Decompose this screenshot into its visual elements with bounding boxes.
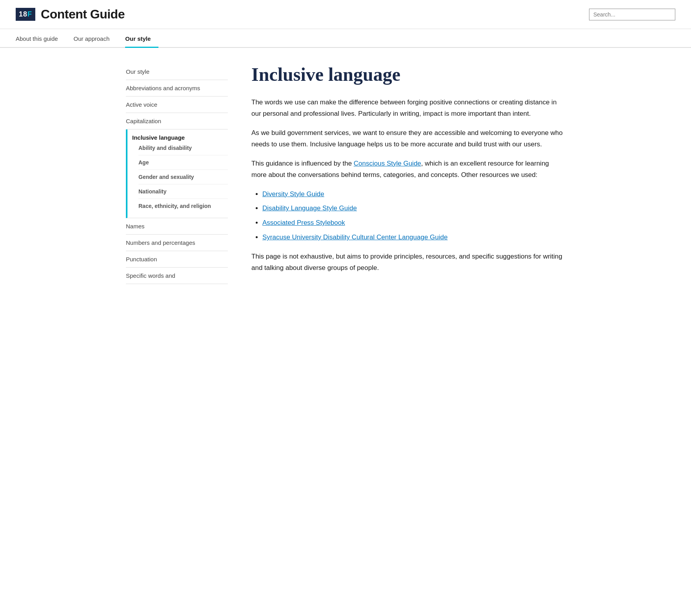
nav-about[interactable]: About this guide [16,30,66,48]
sidebar-subitems: Ability and disability Age Gender and se… [132,141,228,213]
site-title: Content Guide [41,7,125,22]
nav-approach[interactable]: Our approach [74,30,118,48]
resource-link-1[interactable]: Disability Language Style Guide [262,204,357,212]
main-content: Inclusive language The words we use can … [228,64,565,284]
sidebar-item-names[interactable]: Names [126,218,228,235]
sidebar-subitem-gender[interactable]: Gender and sexuality [138,170,228,184]
sidebar-subitem-age[interactable]: Age [138,155,228,170]
content-wrapper: Our style Abbreviations and acronyms Act… [110,48,581,308]
sidebar-item-inclusive-language[interactable]: Inclusive language Ability and disabilit… [126,129,228,218]
resources-list: Diversity Style Guide Disability Languag… [251,189,565,244]
resource-link-2[interactable]: Associated Press Stylebook [262,219,345,226]
list-item: Diversity Style Guide [262,189,565,200]
sidebar-item-active-voice[interactable]: Active voice [126,97,228,113]
sidebar-subitem-nationality[interactable]: Nationality [138,184,228,199]
paragraph-2: As we build government services, we want… [251,128,565,150]
sidebar-subitem-ability[interactable]: Ability and disability [138,141,228,155]
sidebar-item-specific-words[interactable]: Specific words and [126,268,228,284]
logo-number: 18 [19,10,27,18]
sidebar-item-capitalization[interactable]: Capitalization [126,113,228,129]
resource-link-3[interactable]: Syracuse University Disability Cultural … [262,233,447,241]
page-title: Inclusive language [251,64,565,85]
site-header: 18F Content Guide [0,0,691,29]
conscious-style-guide-link[interactable]: Conscious Style Guide [354,160,421,167]
sidebar: Our style Abbreviations and acronyms Act… [126,64,228,284]
logo: 18F [16,8,35,21]
paragraph-1: The words we use can make the difference… [251,97,565,120]
paragraph-3: This guidance is influenced by the Consc… [251,158,565,181]
search-area[interactable] [589,9,675,20]
resource-link-0[interactable]: Diversity Style Guide [262,190,324,198]
logo-area: 18F Content Guide [16,7,125,22]
list-item: Disability Language Style Guide [262,203,565,214]
list-item: Syracuse University Disability Cultural … [262,232,565,243]
logo-letter: F [27,10,32,18]
sidebar-item-abbreviations[interactable]: Abbreviations and acronyms [126,80,228,97]
sidebar-item-numbers[interactable]: Numbers and percentages [126,235,228,251]
sidebar-item-punctuation[interactable]: Punctuation [126,251,228,268]
main-nav: About this guide Our approach Our style [0,29,691,48]
closing-paragraph: This page is not exhaustive, but aims to… [251,251,565,274]
search-input[interactable] [589,9,675,20]
list-item: Associated Press Stylebook [262,217,565,229]
nav-style[interactable]: Our style [125,30,158,48]
sidebar-subitem-race[interactable]: Race, ethnicity, and religion [138,199,228,213]
sidebar-item-our-style[interactable]: Our style [126,64,228,80]
